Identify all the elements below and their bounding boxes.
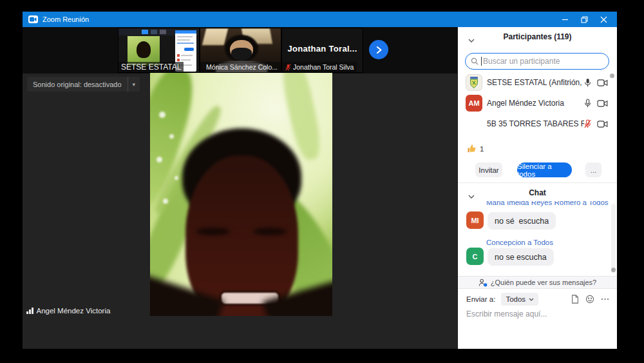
tile-label: SETSE ESTATAL: [118, 62, 184, 72]
search-placeholder: Buscar un participante: [483, 57, 560, 66]
chat-message-list[interactable]: Maria Imelda Reyes Romero a Todos MI no …: [458, 201, 618, 276]
active-speaker-label: Angel Méndez Victoria: [23, 304, 115, 317]
video-tile-jonathan[interactable]: Jonathan Toral... Jonathan Toral Silva: [281, 28, 363, 73]
more-options-button[interactable]: ...: [585, 162, 601, 177]
minimize-button[interactable]: [555, 12, 574, 27]
audio-level-icon: [26, 308, 33, 314]
chat-message-sender: Concepcion a Todos: [486, 239, 553, 246]
titlebar: Zoom Reunión: [23, 12, 617, 27]
more-icon[interactable]: [601, 298, 609, 300]
participant-row[interactable]: AM Angel Méndez Victoria: [458, 93, 617, 113]
search-input[interactable]: Buscar un participante: [465, 53, 609, 70]
mic-icon: [584, 99, 591, 108]
chat-scrollbar-track[interactable]: [611, 204, 616, 273]
participant-row[interactable]: SETSE ESTATAL (Anfitrión, yo): [458, 72, 617, 93]
avatar-placeholder: [466, 115, 482, 132]
participant-row[interactable]: 5B 35 TORRES TABARES RUBEN ...: [458, 113, 617, 134]
mic-muted-icon: [285, 64, 291, 71]
participants-title: Participantes (119): [458, 32, 617, 41]
zoom-window: Zoom Reunión: [23, 12, 617, 349]
chevron-right-icon: [375, 46, 383, 54]
chevron-down-icon: [529, 298, 534, 301]
search-icon: [471, 57, 478, 65]
chevron-down-icon[interactable]: ▾: [128, 81, 140, 88]
file-attach-icon[interactable]: [571, 295, 579, 304]
mute-all-button[interactable]: Silenciar a todos: [517, 162, 572, 177]
close-button[interactable]: [594, 12, 613, 27]
video-tile-setse[interactable]: SETSE ESTATAL: [118, 28, 200, 73]
section-divider: [458, 182, 617, 183]
next-page-button[interactable]: [369, 40, 388, 59]
thumbnail-strip: SETSE ESTATAL Mónica Sánchez Colo... Jon…: [23, 27, 457, 74]
zoom-app-icon: [28, 15, 38, 23]
original-sound-label: Sonido original: desactivado: [27, 81, 128, 88]
mic-muted-icon: [204, 64, 204, 71]
send-to-label: Enviar a:: [466, 295, 495, 303]
text-cursor: [481, 57, 482, 66]
tile-label: Mónica Sánchez Colo...: [200, 62, 281, 72]
mic-icon: [584, 78, 591, 87]
tile-display-name: Jonathan Toral...: [282, 44, 363, 54]
thumbs-up-icon: [467, 144, 477, 153]
chat-message-input[interactable]: [466, 309, 608, 319]
avatar: [466, 74, 482, 91]
original-sound-button[interactable]: Sonido original: desactivado ▾: [27, 77, 140, 92]
chat-message-bubble: no se escucha: [488, 248, 554, 266]
privacy-note-bar[interactable]: ¿Quién puede ver sus mensajes?: [458, 276, 617, 289]
window-title: Zoom Reunión: [43, 15, 555, 23]
side-panel: Participantes (119) Buscar un participan…: [457, 27, 617, 349]
camera-icon: [597, 79, 608, 86]
invite-button[interactable]: Invitar: [475, 162, 502, 177]
reaction-counter: 1: [467, 144, 484, 153]
camera-icon: [597, 121, 608, 128]
chat-scrollbar-thumb[interactable]: [611, 268, 616, 272]
chat-title: Chat: [458, 188, 617, 197]
avatar: AM: [466, 95, 482, 112]
camera-icon: [597, 100, 608, 107]
tile-label: Jonathan Toral Silva: [282, 62, 357, 72]
chat-message-sender: Maria Imelda Reyes Romero a Todos: [486, 201, 609, 206]
chat-message-bubble: no sé escucha: [488, 212, 556, 230]
video-tile-monica[interactable]: Mónica Sánchez Colo...: [200, 28, 281, 73]
mic-muted-icon: [584, 119, 591, 128]
emoji-icon[interactable]: [585, 295, 594, 304]
main-speaker-video: [150, 73, 332, 316]
video-stage: SETSE ESTATAL Mónica Sánchez Colo... Jon…: [23, 27, 457, 349]
privacy-person-icon: [478, 279, 488, 287]
avatar: MI: [466, 211, 484, 229]
participants-scrollbar-thumb[interactable]: [610, 74, 614, 78]
avatar: C: [466, 248, 484, 265]
send-to-dropdown[interactable]: Todos: [501, 293, 538, 306]
restore-button[interactable]: [574, 12, 594, 27]
